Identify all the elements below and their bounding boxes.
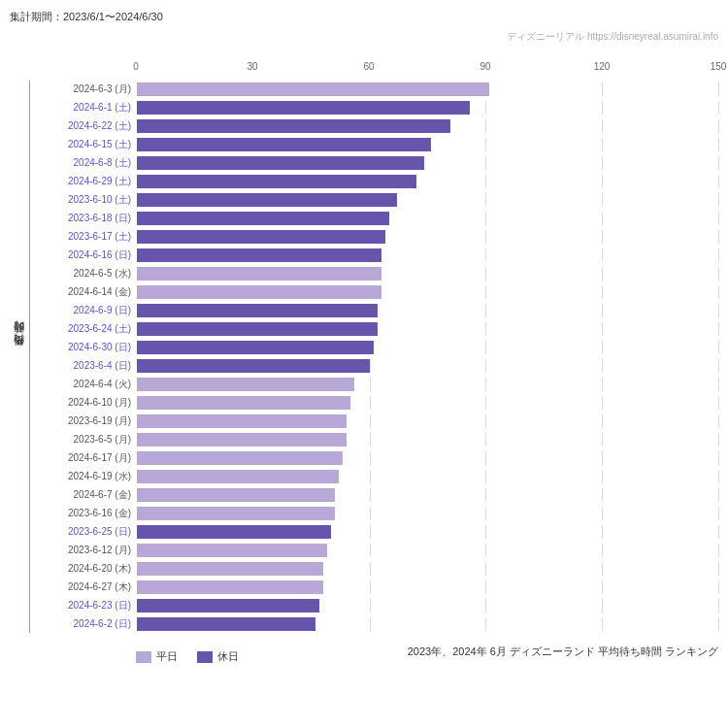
table-row: 2024-6-29 (土) <box>30 173 718 190</box>
bar-label: 2023-6-19 (月) <box>30 414 137 428</box>
bar-background <box>137 414 718 428</box>
table-row: 2024-6-15 (土) <box>30 136 718 153</box>
bar <box>137 175 416 188</box>
bar-background <box>137 525 718 539</box>
table-row: 2024-6-8 (土) <box>30 154 718 172</box>
x-tick-150: 150 <box>711 61 727 72</box>
bar <box>137 193 397 207</box>
bar-label: 2024-6-29 (土) <box>30 175 137 188</box>
bar-label: 2024-6-23 (日) <box>30 599 137 612</box>
bar-background <box>137 562 718 576</box>
table-row: 2024-6-4 (火) <box>30 376 718 393</box>
bar-label: 2024-6-27 (木) <box>30 580 137 594</box>
bar <box>137 470 339 483</box>
bar-background <box>137 322 718 336</box>
bar-background <box>137 451 718 465</box>
bar-label: 2023-6-24 (土) <box>30 322 137 336</box>
bar <box>137 562 323 576</box>
table-row: 2023-6-5 (月) <box>30 431 718 448</box>
table-row: 2023-6-16 (金) <box>30 505 718 522</box>
bar-background <box>137 599 718 612</box>
table-row: 2023-6-12 (月) <box>30 542 718 559</box>
bar-label: 2023-6-16 (金) <box>30 507 137 520</box>
bar-label: 2024-6-3 (月) <box>30 83 137 96</box>
bar-label: 2023-6-10 (土) <box>30 193 137 207</box>
bar <box>137 341 374 354</box>
bar-background <box>137 212 718 225</box>
bar-label: 2024-6-15 (土) <box>30 138 137 151</box>
table-row: 2024-6-9 (日) <box>30 302 718 319</box>
legend-weekend-box <box>197 651 213 663</box>
bar <box>137 451 343 465</box>
table-row: 2024-6-23 (日) <box>30 597 718 614</box>
bar <box>137 599 319 612</box>
legend-weekend: 休日 <box>197 649 239 664</box>
bar-label: 2024-6-16 (日) <box>30 248 137 262</box>
table-row: 2023-6-18 (日) <box>30 210 718 227</box>
x-tick-30: 30 <box>247 61 257 72</box>
bar-background <box>137 433 718 447</box>
table-row: 2023-6-10 (土) <box>30 191 718 209</box>
watermark: ディズニーリアル https://disneyreal.asumirai.inf… <box>10 30 718 44</box>
table-row: 2023-6-19 (月) <box>30 413 718 430</box>
legend-weekend-label: 休日 <box>217 649 239 664</box>
y-axis-label: 平均待ち時間（分） <box>10 61 27 634</box>
bar-label: 2024-6-4 (火) <box>30 378 137 391</box>
x-tick-0: 0 <box>133 61 139 72</box>
bar <box>137 544 327 557</box>
bar-label: 2024-6-30 (日) <box>30 341 137 354</box>
bar-label: 2023-6-25 (日) <box>30 525 137 539</box>
table-row: 2024-6-14 (金) <box>30 283 718 301</box>
bar <box>137 230 385 244</box>
bar <box>137 285 381 299</box>
x-tick-90: 90 <box>480 61 490 72</box>
bar-label: 2024-6-2 (日) <box>30 617 137 631</box>
legend-weekday-label: 平日 <box>156 649 178 664</box>
bar <box>137 617 315 631</box>
table-row: 2024-6-7 (金) <box>30 486 718 504</box>
bar <box>137 101 470 115</box>
bar-background <box>137 156 718 170</box>
bar <box>137 83 489 96</box>
bar <box>137 359 370 373</box>
bar <box>137 378 354 391</box>
bar-label: 2024-6-10 (月) <box>30 396 137 410</box>
table-row: 2024-6-10 (月) <box>30 394 718 412</box>
bar-label: 2024-6-8 (土) <box>30 156 137 170</box>
bar-background <box>137 359 718 373</box>
bar-label: 2023-6-12 (月) <box>30 544 137 557</box>
bar-label: 2024-6-14 (金) <box>30 285 137 299</box>
bar-label: 2024-6-1 (土) <box>30 101 137 115</box>
x-tick-60: 60 <box>363 61 374 72</box>
bar <box>137 138 431 151</box>
bar <box>137 212 389 225</box>
bar-label: 2024-6-5 (水) <box>30 267 137 281</box>
table-row: 2024-6-2 (日) <box>30 615 718 633</box>
legend: 平日 休日 <box>136 649 239 664</box>
x-tick-120: 120 <box>594 61 611 72</box>
table-row: 2024-6-19 (水) <box>30 468 718 485</box>
bar <box>137 119 450 133</box>
chart-title: 2023年、2024年 6月 ディズニーランド 平均待ち時間 ランキング <box>239 645 718 659</box>
period-label: 集計期間：2023/6/1〜2024/6/30 <box>10 10 718 24</box>
bar-label: 2024-6-7 (金) <box>30 488 137 502</box>
bar-label: 2023-6-4 (日) <box>30 359 137 373</box>
bar-label: 2023-6-17 (土) <box>30 230 137 244</box>
bar-label: 2024-6-9 (日) <box>30 304 137 317</box>
table-row: 2024-6-17 (月) <box>30 449 718 467</box>
bar-label: 2024-6-22 (土) <box>30 119 137 133</box>
bar-background <box>137 101 718 115</box>
bar <box>137 580 323 594</box>
bar <box>137 156 424 170</box>
bar-background <box>137 138 718 151</box>
bar-background <box>137 470 718 483</box>
bar-background <box>137 285 718 299</box>
bar <box>137 525 331 539</box>
bar-background <box>137 378 718 391</box>
bar-background <box>137 230 718 244</box>
table-row: 2024-6-5 (水) <box>30 265 718 282</box>
bar-background <box>137 304 718 317</box>
table-row: 2024-6-1 (土) <box>30 99 718 116</box>
bar-background <box>137 396 718 410</box>
bar <box>137 267 381 281</box>
